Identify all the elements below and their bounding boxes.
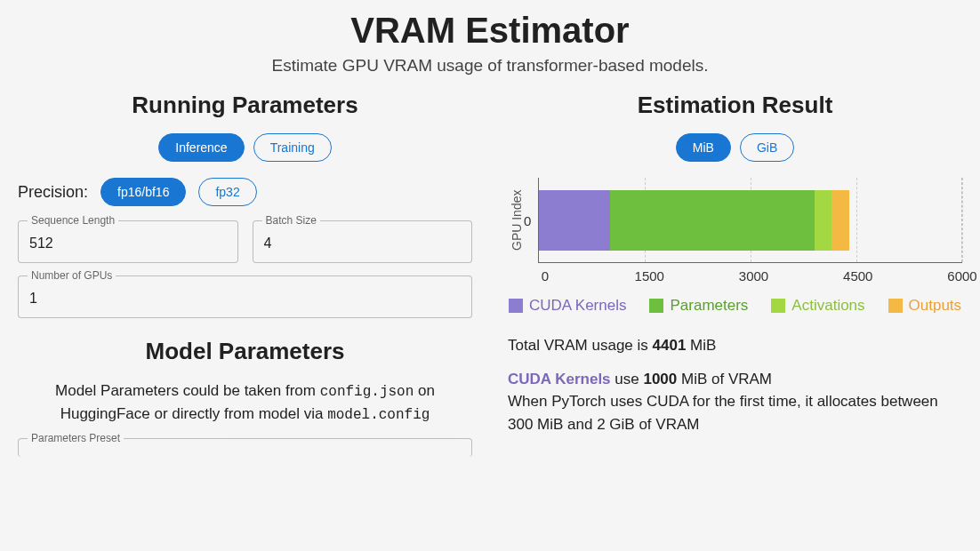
result-text-block: Total VRAM usage is 4401 MiB CUDA Kernel… — [508, 334, 962, 435]
unit-gib-chip[interactable]: GiB — [740, 133, 794, 162]
chart-segment-activations — [815, 190, 832, 251]
total-unit: MiB — [686, 337, 716, 354]
mode-inference-chip[interactable]: Inference — [158, 133, 244, 162]
running-parameters-panel: Running Parameters Inference Training Pr… — [18, 92, 472, 469]
legend-swatch-green — [649, 299, 663, 313]
page-subtitle: Estimate GPU VRAM usage of transformer-b… — [18, 56, 962, 76]
model-config-code: model.config — [327, 407, 430, 423]
total-prefix: Total VRAM usage is — [508, 337, 653, 354]
vram-chart: GPU Index 0 — [508, 178, 962, 263]
estimation-result-title: Estimation Result — [508, 92, 962, 119]
legend-acts-label: Activations — [791, 297, 864, 315]
config-json-code: config.json — [320, 384, 414, 400]
legend-swatch-orange — [888, 299, 903, 313]
chart-segment-cuda-kernels — [539, 190, 609, 251]
total-vram-line: Total VRAM usage is 4401 MiB — [508, 334, 962, 357]
legend-swatch-purple — [509, 299, 523, 313]
legend-activations: Activations — [771, 297, 864, 315]
chart-plot-area — [538, 178, 962, 263]
chart-y-axis-label: GPU Index — [508, 178, 524, 263]
legend-parameters: Parameters — [649, 297, 748, 315]
sequence-length-label: Sequence Length — [28, 214, 118, 227]
cuda-explain: When PyTorch uses CUDA for the first tim… — [508, 393, 938, 433]
chart-segment-outputs — [831, 190, 849, 251]
cuda-suffix: MiB of VRAM — [677, 371, 772, 387]
chart-x-tick: 4500 — [843, 268, 872, 283]
unit-toggle: MiB GiB — [508, 133, 962, 162]
legend-outputs: Outputs — [888, 297, 962, 315]
precision-fp32-chip[interactable]: fp32 — [198, 178, 256, 206]
unit-mib-chip[interactable]: MiB — [676, 133, 731, 162]
legend-outputs-label: Outputs — [909, 297, 962, 315]
page-title: VRAM Estimator — [18, 11, 962, 51]
chart-x-ticks: 01500300045006000 — [545, 268, 962, 288]
parameters-preset-field[interactable]: Parameters Preset — [18, 438, 472, 457]
num-gpus-field[interactable]: Number of GPUs — [18, 276, 472, 318]
chart-y-tick: 0 — [524, 178, 538, 263]
chart-x-tick: 0 — [542, 268, 549, 283]
precision-row: Precision: fp16/bf16 fp32 — [18, 178, 472, 206]
estimation-result-panel: Estimation Result MiB GiB GPU Index 0 01… — [508, 92, 962, 469]
legend-swatch-lime — [771, 299, 785, 313]
mode-training-chip[interactable]: Training — [253, 133, 332, 162]
model-parameters-description: Model Parameters could be taken from con… — [18, 379, 472, 426]
cuda-kernels-line: CUDA Kernels use 1000 MiB of VRAM When P… — [508, 368, 962, 436]
batch-size-field[interactable]: Batch Size — [253, 220, 473, 263]
chart-gridline — [962, 178, 963, 262]
num-gpus-label: Number of GPUs — [28, 269, 116, 282]
model-desc-text: Model Parameters could be taken from — [55, 382, 320, 399]
cuda-value: 1000 — [643, 371, 677, 387]
chart-x-tick: 3000 — [739, 268, 768, 283]
running-parameters-title: Running Parameters — [18, 92, 472, 119]
mode-toggle: Inference Training — [18, 133, 472, 162]
chart-segment-parameters — [610, 190, 815, 251]
total-value: 4401 — [653, 337, 687, 354]
chart-x-tick: 6000 — [947, 268, 976, 283]
parameters-preset-label: Parameters Preset — [28, 432, 124, 444]
sequence-length-field[interactable]: Sequence Length — [18, 220, 238, 263]
precision-fp16-chip[interactable]: fp16/bf16 — [100, 178, 186, 206]
chart-bar — [539, 190, 962, 251]
cuda-mid: use — [611, 371, 644, 387]
batch-size-label: Batch Size — [262, 214, 320, 227]
sequence-length-input[interactable] — [29, 236, 227, 252]
chart-legend: CUDA Kernels Parameters Activations Outp… — [508, 297, 962, 315]
model-parameters-title: Model Parameters — [18, 338, 472, 365]
cuda-label: CUDA Kernels — [508, 371, 611, 387]
batch-size-input[interactable] — [264, 236, 462, 252]
legend-cuda-label: CUDA Kernels — [529, 297, 627, 315]
chart-x-tick: 1500 — [635, 268, 664, 283]
precision-label: Precision: — [18, 183, 88, 202]
legend-cuda-kernels: CUDA Kernels — [509, 297, 627, 315]
legend-params-label: Parameters — [670, 297, 748, 315]
num-gpus-input[interactable] — [29, 291, 461, 307]
